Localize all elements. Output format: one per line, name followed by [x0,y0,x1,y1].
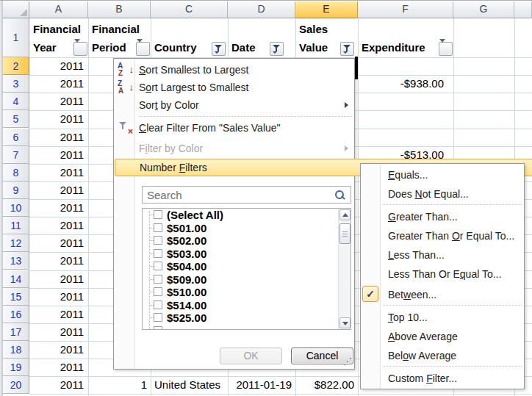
cell-a10[interactable]: 2011 [29,199,84,217]
cell-a8[interactable]: 2011 [29,164,84,181]
cell-a4[interactable]: 2011 [29,93,84,110]
checkbox[interactable] [154,287,162,296]
menu-item-sort-by-color[interactable]: Sort by Color [114,96,354,114]
column-header-d[interactable]: D [228,1,295,18]
row-header-18[interactable]: 18 [3,341,29,359]
filter-value-option[interactable]: $502.00 [143,234,337,247]
column-header-g[interactable]: G [453,1,514,18]
row-header-4[interactable]: 4 [3,93,29,110]
row-header-11[interactable]: 11 [3,217,29,234]
filter-button-sales-value[interactable] [340,42,354,56]
filter-button-country[interactable] [212,42,226,56]
row-header-20[interactable]: 20 [3,376,29,394]
submenu-item-greater-than-or-equal[interactable]: Greater Than Or Equal To... [361,226,524,245]
submenu-item-less-than[interactable]: Less Than... [361,245,524,264]
cell-a16[interactable]: 2011 [29,306,84,323]
cell-b20[interactable]: 1 [88,376,147,394]
cell-a7[interactable]: 2011 [29,146,84,164]
cell-a17[interactable]: 2011 [29,323,84,341]
cell-a5[interactable]: 2011 [29,110,84,128]
column-header-a[interactable]: A [29,1,88,18]
checkbox[interactable] [154,223,162,232]
submenu-item-above-average[interactable]: Above Average [361,327,524,346]
submenu-item-less-than-or-equal[interactable]: Less Than Or Equal To... [361,264,524,284]
cell-a2[interactable]: 2011 [29,57,84,75]
column-header-c[interactable]: C [151,1,228,18]
scrollbar-thumb[interactable] [339,223,351,244]
resize-grip-icon[interactable] [342,358,351,367]
checkbox[interactable] [154,236,162,245]
ok-button[interactable]: OK [220,348,282,364]
row-header-5[interactable]: 5 [3,110,29,128]
row-header-1[interactable]: 1 [3,18,29,57]
column-header-b[interactable]: B [88,1,151,18]
row-header-7[interactable]: 7 [3,146,29,164]
checkbox[interactable] [154,300,162,309]
cell-c20[interactable]: United States [154,376,220,394]
row-header-6[interactable]: 6 [3,129,29,146]
row-header-10[interactable]: 10 [3,199,29,217]
cell-a20[interactable]: 2011 [29,376,84,394]
checkbox[interactable] [154,313,162,322]
cell-a11[interactable]: 2011 [29,217,84,234]
cell-a6[interactable]: 2011 [29,129,84,146]
cell-a12[interactable]: 2011 [29,234,84,252]
checkbox[interactable] [154,262,162,270]
filter-value-option[interactable]: $501.00 [143,222,337,234]
checkbox[interactable] [154,210,162,219]
filter-button-financial-year[interactable] [73,42,87,56]
checkbox[interactable] [154,249,162,258]
filter-button-date[interactable] [270,42,284,56]
row-header-9[interactable]: 9 [3,181,29,199]
filter-value-option[interactable]: $504.00 [143,260,337,273]
cell-d20[interactable]: 2011-01-19 [228,376,292,394]
submenu-item-below-average[interactable]: Below Average [361,346,524,365]
cell-a19[interactable]: 2011 [29,359,84,376]
filter-value-select-all[interactable]: (Select All) [143,209,337,221]
cell-a9[interactable]: 2011 [29,181,84,199]
column-header-f[interactable]: F [358,1,453,18]
submenu-item-equals[interactable]: Equals... [361,165,524,184]
submenu-item-does-not-equal[interactable]: Does Not Equal... [361,184,524,204]
filter-value-option[interactable]: $525.00 [143,312,337,324]
row-header-17[interactable]: 17 [3,323,29,341]
row-header-2-selected[interactable]: 2 [3,57,29,75]
submenu-item-between[interactable]: Between... [361,285,524,304]
filter-value-option-partial[interactable] [143,325,337,330]
filter-button-expenditure[interactable] [439,42,453,56]
row-header-15[interactable]: 15 [3,288,29,306]
select-all-corner[interactable] [3,1,29,18]
cell-a18[interactable]: 2011 [29,341,84,359]
menu-item-sort-largest-to-smallest[interactable]: Sort Largest to Smallest [114,79,354,96]
search-input[interactable] [143,187,334,203]
submenu-item-greater-than[interactable]: Greater Than... [361,207,524,226]
row-header-16[interactable]: 16 [3,306,29,323]
checkbox[interactable] [154,326,162,330]
cell-a14[interactable]: 2011 [29,270,84,288]
cell-a15[interactable]: 2011 [29,288,84,306]
cell-f3[interactable]: -$938.00 [358,75,444,93]
cell-e20[interactable]: $822.00 [295,376,354,394]
filter-value-option[interactable]: $514.00 [143,299,337,312]
scroll-down-icon[interactable] [339,317,351,328]
menu-item-clear-filter[interactable]: Clear Filter From "Sales Value" [114,119,354,137]
filter-button-financial-period[interactable] [136,42,150,56]
cell-a3[interactable]: 2011 [29,75,84,93]
row-header-13[interactable]: 13 [3,252,29,270]
row-header-14[interactable]: 14 [3,270,29,288]
scroll-up-icon[interactable] [339,209,351,220]
filter-value-option[interactable]: $510.00 [143,286,337,298]
row-header-19[interactable]: 19 [3,359,29,376]
checkbox[interactable] [154,275,162,284]
row-header-12[interactable]: 12 [3,234,29,252]
search-icon[interactable] [335,190,345,200]
submenu-item-custom-filter[interactable]: Custom Filter... [361,369,524,388]
cell-a13[interactable]: 2011 [29,252,84,270]
scrollbar[interactable] [338,209,351,329]
row-header-8[interactable]: 8 [3,164,29,181]
submenu-item-top-10[interactable]: Top 10... [361,308,524,327]
filter-value-option[interactable]: $509.00 [143,273,337,286]
row-header-3[interactable]: 3 [3,75,29,93]
column-header-partial[interactable] [514,1,532,18]
filter-value-option[interactable]: $503.00 [143,248,337,260]
